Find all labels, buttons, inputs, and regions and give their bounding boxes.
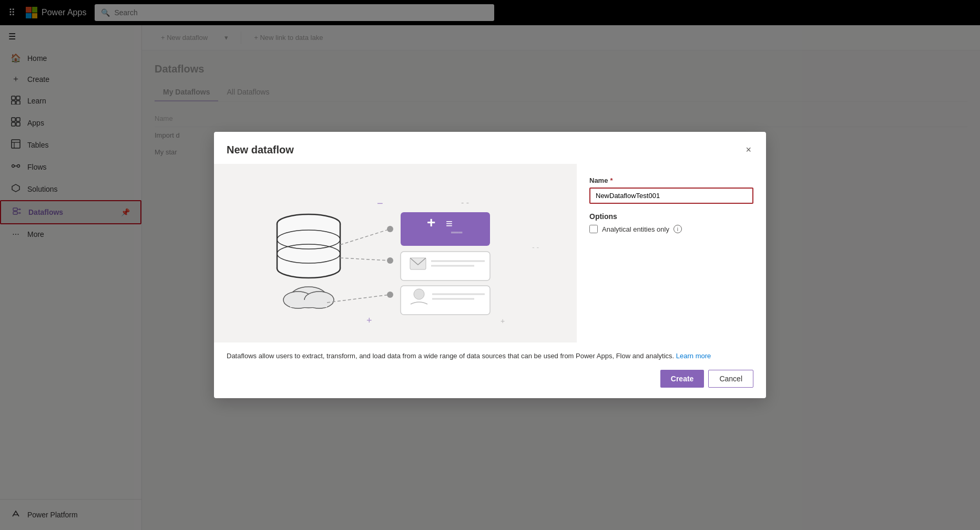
svg-line-35 [327, 295, 390, 303]
svg-text:≡: ≡ [446, 217, 453, 230]
svg-text:−: − [377, 198, 383, 209]
learn-more-link[interactable]: Learn more [676, 352, 711, 360]
svg-text:- -: - - [532, 243, 539, 252]
modal-form: Name * Options Analytical entities only … [577, 164, 766, 342]
main-layout: ☰ 🏠 Home ＋ Create Learn [0, 25, 980, 530]
name-field-label: Name * [589, 176, 753, 184]
svg-text:═══: ═══ [451, 230, 463, 235]
analytical-entities-row: Analytical entities only i [589, 225, 753, 233]
modal-overlay: New dataflow × [142, 25, 980, 530]
content-area: + New dataflow ▾ + New link to data lake… [142, 25, 980, 530]
modal-header: New dataflow × [214, 132, 766, 164]
modal-footer: Create Cancel [214, 361, 766, 398]
modal-close-button[interactable]: × [743, 142, 753, 158]
svg-point-48 [414, 289, 424, 299]
dataflow-illustration: + ≡ ═══ [227, 176, 564, 324]
svg-rect-47 [401, 286, 490, 315]
name-input-wrapper [589, 188, 753, 204]
svg-line-33 [340, 229, 390, 245]
svg-rect-39 [401, 212, 490, 246]
options-label: Options [589, 212, 753, 221]
svg-text:+: + [366, 315, 372, 324]
cancel-button[interactable]: Cancel [708, 370, 753, 388]
modal-body: + ≡ ═══ [214, 164, 766, 342]
svg-point-36 [387, 226, 393, 232]
name-input[interactable] [590, 189, 752, 203]
info-icon[interactable]: i [673, 225, 682, 233]
svg-point-37 [387, 257, 393, 264]
svg-line-34 [340, 258, 390, 261]
svg-text:+: + [427, 214, 435, 231]
new-dataflow-modal: New dataflow × [214, 132, 766, 398]
modal-title: New dataflow [227, 144, 294, 156]
create-button[interactable]: Create [660, 370, 705, 388]
modal-description: Dataflows allow users to extract, transf… [214, 342, 766, 361]
analytical-entities-checkbox[interactable] [589, 225, 598, 233]
analytical-entities-label[interactable]: Analytical entities only [602, 225, 669, 233]
required-star: * [610, 176, 612, 184]
svg-text:- -: - - [461, 198, 469, 207]
modal-illustration: + ≡ ═══ [214, 164, 577, 342]
svg-text:+: + [501, 317, 505, 324]
svg-rect-32 [290, 300, 327, 307]
svg-point-38 [387, 292, 393, 298]
